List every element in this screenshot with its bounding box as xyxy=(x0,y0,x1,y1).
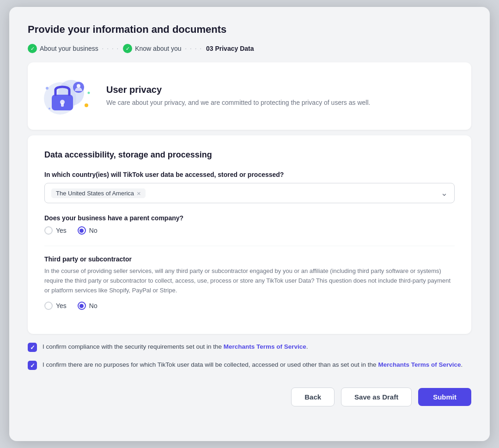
third-party-radio-group: Yes No xyxy=(44,302,455,310)
parent-company-no-radio-inner xyxy=(79,229,84,233)
country-select[interactable]: The United States of America × ⌄ xyxy=(44,183,455,203)
step-2: ✓ Know about you xyxy=(123,44,181,53)
third-party-no-radio-inner xyxy=(79,304,84,308)
country-tag-label: The United States of America xyxy=(56,190,134,197)
svg-point-10 xyxy=(49,108,50,109)
third-party-no-text: No xyxy=(89,302,97,309)
third-party-description: In the course of providing seller servic… xyxy=(44,266,455,295)
third-party-yes-label[interactable]: Yes xyxy=(44,302,67,310)
step-3: 03 Privacy Data xyxy=(206,45,254,52)
third-party-yes-radio[interactable] xyxy=(44,302,53,310)
section-title: Data accessibility, storage and processi… xyxy=(44,150,455,160)
step2-label: Know about you xyxy=(135,45,181,52)
country-tag-remove[interactable]: × xyxy=(137,190,141,197)
step1-check-icon: ✓ xyxy=(28,44,37,53)
country-question: In which country(ies) will TikTok user d… xyxy=(44,171,455,178)
step2-check-icon: ✓ xyxy=(123,44,132,53)
step-1: ✓ About your business xyxy=(28,44,98,53)
svg-point-6 xyxy=(77,84,80,88)
third-party-no-label[interactable]: No xyxy=(78,302,97,310)
third-party-yes-text: Yes xyxy=(56,302,67,309)
divider xyxy=(44,246,455,246)
country-tag: The United States of America × xyxy=(51,188,146,198)
svg-rect-4 xyxy=(61,103,64,107)
parent-company-no-text: No xyxy=(89,227,97,234)
privacy-description: We care about your privacy, and we are c… xyxy=(106,98,370,108)
privacy-text: User privacy We care about your privacy,… xyxy=(106,85,370,108)
parent-company-radio-group: Yes No xyxy=(44,226,455,235)
checkbox2-link[interactable]: Merchants Terms of Service xyxy=(378,361,461,368)
checkbox1-text: I confirm compliance with the security r… xyxy=(43,342,308,351)
privacy-illustration xyxy=(43,75,93,117)
checkbox2[interactable]: ✓ xyxy=(28,361,37,370)
privacy-banner: User privacy We care about your privacy,… xyxy=(28,62,471,130)
step3-label: 03 Privacy Data xyxy=(206,45,254,52)
dots-1: · · · · xyxy=(102,45,119,52)
stepper: ✓ About your business · · · · ✓ Know abo… xyxy=(28,44,471,53)
checkbox1[interactable]: ✓ xyxy=(28,343,37,352)
checkbox1-check-icon: ✓ xyxy=(30,343,35,352)
parent-company-yes-label[interactable]: Yes xyxy=(44,226,67,235)
step1-label: About your business xyxy=(40,45,98,52)
country-tags: The United States of America × xyxy=(51,188,146,198)
submit-button[interactable]: Submit xyxy=(418,388,471,406)
checkbox1-row: ✓ I confirm compliance with the security… xyxy=(28,342,471,352)
parent-company-yes-radio[interactable] xyxy=(44,226,53,235)
third-party-no-radio[interactable] xyxy=(78,302,86,310)
dots-2: · · · · xyxy=(185,45,202,52)
parent-company-question: Does your business have a parent company… xyxy=(44,214,455,222)
checkbox2-row: ✓ I confirm there are no purposes for wh… xyxy=(28,360,471,370)
page-title: Provide your information and documents xyxy=(28,24,471,36)
third-party-title: Third party or subcontractor xyxy=(44,255,455,263)
checkbox2-text: I confirm there are no purposes for whic… xyxy=(43,360,462,369)
parent-company-yes-text: Yes xyxy=(56,227,67,234)
parent-company-no-radio[interactable] xyxy=(78,226,86,235)
checkbox2-check-icon: ✓ xyxy=(30,361,35,370)
privacy-heading: User privacy xyxy=(106,85,370,95)
svg-point-7 xyxy=(46,87,49,90)
checkbox1-link[interactable]: Merchants Terms of Service xyxy=(224,343,306,350)
chevron-down-icon: ⌄ xyxy=(441,188,448,198)
back-button[interactable]: Back xyxy=(291,387,335,406)
svg-point-8 xyxy=(85,103,88,107)
svg-point-9 xyxy=(88,92,90,94)
main-card: Data accessibility, storage and processi… xyxy=(28,135,471,334)
footer: Back Save as Draft Submit xyxy=(28,383,471,406)
save-draft-button[interactable]: Save as Draft xyxy=(341,387,412,406)
parent-company-no-label[interactable]: No xyxy=(78,226,97,235)
